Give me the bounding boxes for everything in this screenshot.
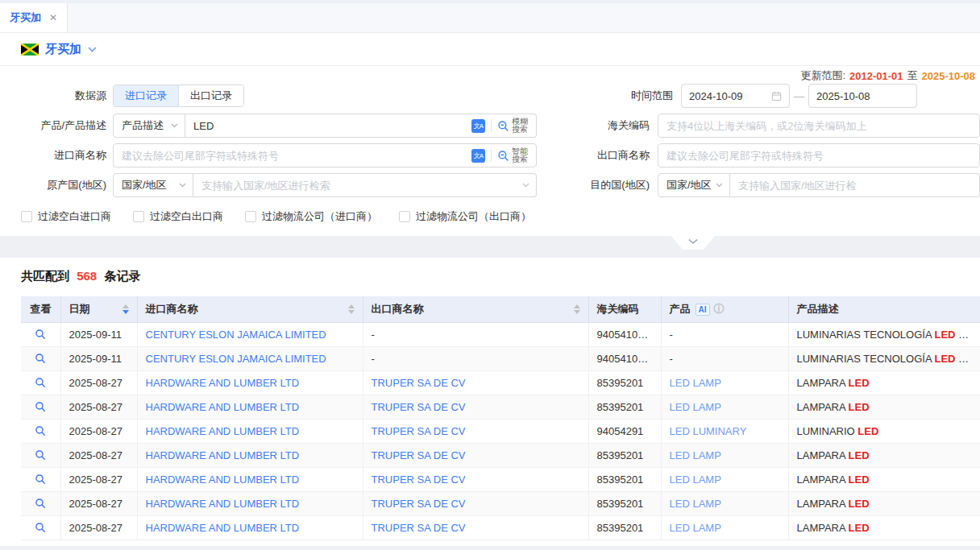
product-link[interactable]: LED LAMP — [670, 473, 721, 486]
view-record-button[interactable] — [33, 448, 48, 462]
view-record-button[interactable] — [33, 351, 48, 366]
view-record-button[interactable] — [33, 375, 48, 390]
view-record-button[interactable] — [33, 496, 48, 511]
dest-country-input[interactable] — [738, 180, 973, 192]
calendar-icon — [771, 91, 782, 101]
date-cell: 2025-08-27 — [60, 491, 137, 515]
product-link[interactable]: LED LAMP — [670, 377, 721, 389]
count-number: 568 — [77, 269, 97, 283]
close-icon[interactable]: ✕ — [49, 12, 57, 23]
importer-link[interactable]: HARDWARE AND LUMBER LTD — [146, 425, 300, 437]
origin-country-select[interactable]: 国家/地区 — [113, 173, 193, 197]
header-date[interactable]: 日期 — [60, 296, 137, 322]
product-link[interactable]: LED LAMP — [670, 401, 721, 413]
exporter-link[interactable]: TRUPER SA DE CV — [372, 425, 466, 437]
export-records-button[interactable]: 出口记录 — [179, 85, 243, 106]
sort-importer[interactable] — [348, 304, 355, 314]
exporter-link[interactable]: TRUPER SA DE CV — [372, 449, 466, 461]
checkbox-filter-blank-exporter[interactable]: 过滤空白出口商 — [133, 209, 223, 224]
view-record-button[interactable] — [33, 520, 48, 535]
search-icon — [35, 522, 46, 533]
translate-icon[interactable]: 文A — [471, 119, 485, 133]
view-record-button[interactable] — [33, 399, 48, 414]
date-cell: 2025-08-27 — [60, 467, 137, 491]
product-type-select[interactable]: 产品描述 — [113, 114, 185, 138]
translate-icon[interactable]: 文A — [471, 149, 485, 163]
product-link[interactable]: LED LAMP — [670, 498, 721, 510]
description-cell: LAMPARA LED — [788, 443, 980, 467]
chevron-down-icon — [179, 183, 186, 188]
checkbox-icon[interactable] — [245, 211, 256, 222]
date-start-input[interactable]: 2024-10-09 — [681, 84, 790, 108]
dest-country-input-group — [730, 173, 980, 197]
view-record-button[interactable] — [33, 424, 48, 438]
country-name[interactable]: 牙买加 — [45, 42, 81, 57]
date-cell: 2025-08-27 — [60, 370, 137, 395]
fuzzy-search-button[interactable]: 模糊搜索 — [497, 118, 529, 134]
count-prefix: 共匹配到 — [21, 269, 69, 283]
date-cell: 2025-09-11 — [60, 346, 137, 370]
dest-country-select-value: 国家/地区 — [666, 178, 712, 192]
hs-code-cell: 85395201 — [588, 370, 661, 395]
sort-date[interactable] — [122, 304, 129, 314]
search-icon — [35, 425, 46, 436]
dest-country-select[interactable]: 国家/地区 — [658, 173, 730, 197]
exporter-link[interactable]: TRUPER SA DE CV — [372, 522, 466, 534]
origin-country-input[interactable] — [201, 180, 517, 192]
exporter-link[interactable]: - — [372, 353, 375, 365]
product-link[interactable]: - — [670, 329, 673, 341]
product-input[interactable] — [193, 120, 466, 132]
sort-exporter[interactable] — [574, 304, 580, 314]
importer-link[interactable]: HARDWARE AND LUMBER LTD — [146, 377, 300, 389]
exporter-link[interactable]: TRUPER SA DE CV — [372, 473, 466, 486]
product-link[interactable]: LED LAMP — [670, 449, 721, 461]
importer-link[interactable]: HARDWARE AND LUMBER LTD — [146, 498, 300, 510]
exporter-input[interactable] — [666, 150, 973, 162]
fuzzy-search-label: 模糊搜索 — [512, 118, 529, 134]
checkbox-icon[interactable] — [133, 211, 144, 222]
importer-link[interactable]: CENTURY ESLON JAMAICA LIMITED — [146, 353, 326, 365]
exporter-link[interactable]: TRUPER SA DE CV — [372, 401, 466, 413]
exporter-link[interactable]: - — [372, 329, 375, 341]
collapse-filter-button[interactable] — [671, 236, 715, 250]
tab-jamaica[interactable]: 牙买加 ✕ — [0, 3, 68, 32]
checkbox-label: 过滤空白出口商 — [150, 209, 223, 224]
tab-bar: 牙买加 ✕ — [0, 3, 980, 33]
view-record-button[interactable] — [33, 327, 48, 341]
header-importer[interactable]: 进口商名称 — [137, 296, 363, 322]
product-type-value: 产品描述 — [122, 118, 164, 133]
checkbox-icon[interactable] — [399, 211, 410, 222]
product-link[interactable]: - — [670, 353, 673, 365]
smart-search-button[interactable]: 智能搜索 — [497, 147, 529, 163]
importer-input[interactable] — [122, 150, 466, 162]
chevron-down-icon[interactable] — [88, 47, 97, 52]
chevron-down-icon[interactable] — [522, 183, 529, 188]
importer-link[interactable]: HARDWARE AND LUMBER LTD — [146, 522, 300, 534]
header-exporter[interactable]: 出口商名称 — [363, 296, 588, 322]
exporter-link[interactable]: TRUPER SA DE CV — [372, 498, 466, 510]
importer-link[interactable]: HARDWARE AND LUMBER LTD — [146, 401, 300, 413]
search-icon — [35, 353, 46, 364]
exporter-link[interactable]: TRUPER SA DE CV — [372, 377, 466, 389]
date-end-input[interactable]: 2025-10-08 — [808, 84, 917, 108]
origin-country-label: 原产国(地区) — [21, 178, 113, 192]
update-range-to: 至 — [907, 68, 918, 83]
table-body: 2025-09-11 CENTURY ESLON JAMAICA LIMITED… — [21, 322, 980, 540]
exporter-label: 出口商名称 — [589, 148, 658, 163]
importer-link[interactable]: HARDWARE AND LUMBER LTD — [146, 473, 300, 486]
hs-code-input[interactable] — [666, 120, 973, 132]
checkbox-filter-blank-importer[interactable]: 过滤空白进口商 — [21, 209, 111, 224]
product-link[interactable]: LED LUMINARY — [670, 425, 747, 437]
info-icon[interactable]: ⓘ — [714, 303, 725, 315]
checkbox-filter-logistics-importer[interactable]: 过滤物流公司（进口商） — [245, 209, 377, 224]
jamaica-flag-icon — [21, 43, 39, 56]
importer-link[interactable]: HARDWARE AND LUMBER LTD — [146, 449, 300, 461]
view-record-button[interactable] — [33, 472, 48, 486]
description-cell: LAMPARA LED — [788, 467, 980, 491]
checkbox-icon[interactable] — [21, 211, 32, 222]
ai-badge: AI — [696, 304, 710, 316]
import-records-button[interactable]: 进口记录 — [114, 85, 179, 106]
importer-link[interactable]: CENTURY ESLON JAMAICA LIMITED — [146, 329, 326, 341]
product-link[interactable]: LED LAMP — [670, 522, 721, 534]
checkbox-filter-logistics-exporter[interactable]: 过滤物流公司（出口商） — [399, 209, 531, 224]
